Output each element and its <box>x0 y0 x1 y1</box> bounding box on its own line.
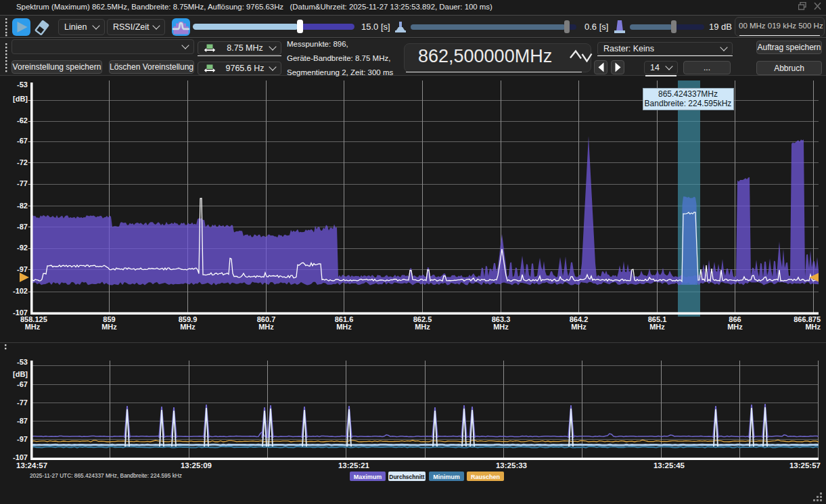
svg-text:13:25:57: 13:25:57 <box>789 461 821 469</box>
svg-text:Bandbreite: 224.595kHz: Bandbreite: 224.595kHz <box>645 99 732 108</box>
svg-text:Durchschnitt: Durchschnitt <box>389 474 425 480</box>
svg-text:-107: -107 <box>13 453 28 461</box>
svg-text:MHz: MHz <box>493 323 509 331</box>
svg-text:-77: -77 <box>17 398 28 407</box>
svg-text:Minimum: Minimum <box>433 474 460 480</box>
svg-text:MHz: MHz <box>258 323 274 331</box>
svg-text:MHz: MHz <box>180 323 196 331</box>
svg-text:MHz: MHz <box>25 323 41 331</box>
svg-text:-87: -87 <box>17 223 28 231</box>
svg-text:MHz: MHz <box>571 323 587 331</box>
svg-text:13:25:45: 13:25:45 <box>653 461 685 469</box>
svg-text:-92: -92 <box>17 244 28 252</box>
svg-text:MHz: MHz <box>649 323 665 331</box>
svg-text:-53: -53 <box>17 358 28 366</box>
svg-text:13:24:57: 13:24:57 <box>16 461 47 469</box>
svg-text:13:25:09: 13:25:09 <box>181 461 212 469</box>
svg-text:[dB]: [dB] <box>13 95 28 103</box>
svg-text:-77: -77 <box>17 179 28 187</box>
svg-text:[dB]: [dB] <box>13 370 28 378</box>
svg-text:2025-11-27 UTC: 865.424337 MHz: 2025-11-27 UTC: 865.424337 MHz, Bandbrei… <box>30 472 182 479</box>
svg-text:-67: -67 <box>17 380 28 388</box>
svg-text:-102: -102 <box>13 287 28 295</box>
svg-text:MHz: MHz <box>805 323 821 331</box>
svg-text:MHz: MHz <box>336 323 352 331</box>
svg-text:Rauschen: Rauschen <box>471 474 500 480</box>
svg-text:865.424337MHz: 865.424337MHz <box>658 89 718 99</box>
svg-text:MHz: MHz <box>101 323 117 331</box>
svg-text:-97: -97 <box>17 265 28 273</box>
svg-text:MHz: MHz <box>727 323 743 331</box>
svg-text:-97: -97 <box>17 435 28 443</box>
svg-text:13:25:33: 13:25:33 <box>496 461 527 469</box>
svg-text:-72: -72 <box>17 158 28 166</box>
svg-text:-87: -87 <box>17 417 28 425</box>
svg-text:-62: -62 <box>17 116 28 124</box>
svg-text:MHz: MHz <box>415 323 430 331</box>
svg-text:-53: -53 <box>17 81 28 89</box>
svg-text:-67: -67 <box>17 137 28 145</box>
svg-text:13:25:21: 13:25:21 <box>338 461 370 469</box>
svg-text:-82: -82 <box>17 202 28 210</box>
svg-text:Maximum: Maximum <box>354 474 382 480</box>
